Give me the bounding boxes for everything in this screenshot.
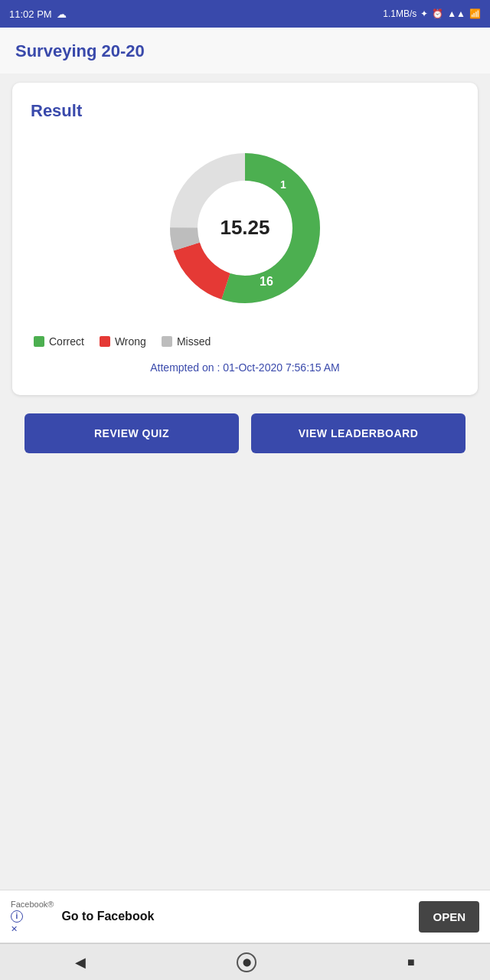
bluetooth-icon: ✦ <box>420 8 428 19</box>
chart-legend: Correct Wrong Missed <box>31 335 459 348</box>
missed-count-label: 1 <box>280 178 286 191</box>
time-display: 11:02 PM <box>9 8 52 20</box>
app-header: Surveying 20-20 <box>0 28 490 74</box>
ad-info-row: i <box>11 910 23 923</box>
wifi-icon: 📶 <box>469 8 481 19</box>
donut-chart: 15.25 16 3 1 <box>153 136 337 320</box>
ad-main-text: Go to Facebook <box>61 910 411 923</box>
nav-bar: ◀ ⬤ ■ <box>0 943 490 980</box>
action-buttons: REVIEW QUIZ VIEW LEADERBOARD <box>12 413 478 453</box>
wrong-count-label: 3 <box>204 224 211 237</box>
status-right: 1.1MB/s ✦ ⏰ ▲▲ 📶 <box>383 8 481 19</box>
ad-icon-area: Facebook® i ✕ <box>11 900 54 934</box>
ad-banner: Facebook® i ✕ Go to Facebook OPEN <box>0 890 490 943</box>
correct-count-label: 16 <box>260 275 273 288</box>
recent-icon: ■ <box>407 956 415 969</box>
correct-dot <box>34 336 44 347</box>
ad-open-button[interactable]: OPEN <box>419 901 479 933</box>
ad-text-area: Go to Facebook <box>61 910 411 923</box>
missed-label: Missed <box>177 335 211 348</box>
review-quiz-button[interactable]: REVIEW QUIZ <box>24 413 239 453</box>
ad-info-icon: i <box>11 910 23 923</box>
data-speed: 1.1MB/s <box>383 8 416 19</box>
legend-correct: Correct <box>34 335 84 348</box>
status-left: 11:02 PM ☁ <box>9 8 67 20</box>
recent-button[interactable]: ■ <box>392 951 430 974</box>
legend-missed: Missed <box>162 335 211 348</box>
ad-close-icon[interactable]: ✕ <box>11 924 18 934</box>
status-bar: 11:02 PM ☁ 1.1MB/s ✦ ⏰ ▲▲ 📶 <box>0 0 490 28</box>
chart-container: 15.25 16 3 1 <box>31 136 459 320</box>
back-icon: ◀ <box>75 954 86 971</box>
ad-brand-name: Facebook® <box>11 900 54 909</box>
cloud-icon: ☁ <box>57 8 67 20</box>
score-display: 15.25 <box>220 216 270 239</box>
result-title: Result <box>31 101 459 121</box>
wrong-label: Wrong <box>115 335 146 348</box>
home-icon: ⬤ <box>237 952 256 972</box>
legend-wrong: Wrong <box>100 335 146 348</box>
correct-label: Correct <box>49 335 84 348</box>
missed-dot <box>162 336 172 347</box>
view-leaderboard-button[interactable]: VIEW LEADERBOARD <box>251 413 466 453</box>
attempted-on: Attempted on : 01-Oct-2020 7:56:15 AM <box>31 361 459 374</box>
main-content: Result <box>0 74 490 980</box>
alarm-icon: ⏰ <box>432 8 443 19</box>
back-button[interactable]: ◀ <box>60 949 101 975</box>
page-title: Surveying 20-20 <box>15 41 475 61</box>
wrong-dot <box>100 336 110 347</box>
signal-icon: ▲▲ <box>447 8 466 19</box>
result-card: Result <box>12 83 478 395</box>
home-button[interactable]: ⬤ <box>221 948 272 977</box>
